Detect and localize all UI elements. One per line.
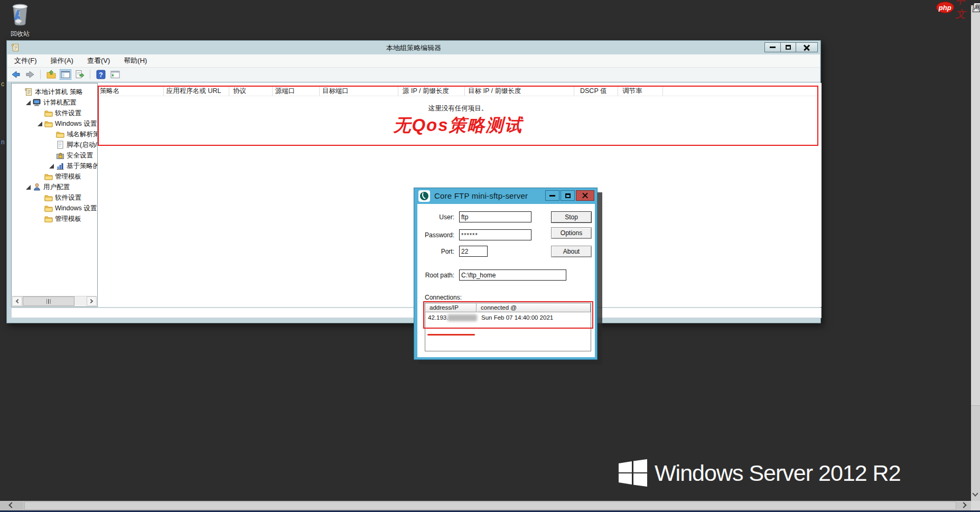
script-icon — [56, 141, 64, 149]
tree-item-admin-templates[interactable]: 管理模板 — [12, 171, 97, 182]
connections-label: Connections: — [425, 294, 462, 301]
tree-expander[interactable] — [49, 131, 55, 137]
back-button[interactable] — [10, 69, 22, 80]
folder-icon — [44, 119, 53, 128]
show-console-tree-button[interactable] — [60, 69, 71, 80]
tree-horizontal-scrollbar[interactable] — [12, 296, 97, 306]
export-list-button[interactable] — [74, 69, 86, 80]
toolbar-separator — [40, 70, 41, 79]
gpedit-window-title: 本地组策略编辑器 — [7, 43, 820, 53]
ftp-maximize-button[interactable] — [561, 190, 575, 201]
windows-flag-icon — [619, 459, 647, 487]
toolbar-separator — [90, 70, 90, 79]
scroll-left-button[interactable] — [12, 296, 22, 306]
stop-button[interactable]: Stop — [551, 211, 592, 223]
tree-item-label: 本地计算机 策略 — [35, 88, 83, 97]
tree-expander[interactable] — [49, 152, 55, 159]
tree-expander[interactable] — [37, 194, 43, 201]
scroll-left-button[interactable] — [0, 501, 23, 510]
ftp-close-button[interactable] — [576, 190, 594, 201]
scrollbar-thumb[interactable] — [24, 501, 956, 510]
rootpath-label: Root path: — [422, 272, 454, 279]
tree-item-label: 用户配置 — [43, 183, 70, 192]
close-button[interactable] — [796, 42, 818, 52]
tree-expander[interactable] — [37, 120, 43, 127]
tree-item-name-resolution-policy[interactable]: 域名解析策略 — [12, 129, 97, 139]
tree-item-windows-settings[interactable]: Windows 设置 — [12, 118, 97, 129]
close-icon — [582, 193, 588, 199]
menu-help[interactable]: 帮助(H) — [117, 54, 154, 67]
new-window-button[interactable] — [109, 69, 121, 80]
computer-icon — [33, 98, 41, 107]
tree-item-windows-settings-user[interactable]: Windows 设置 — [12, 203, 97, 213]
tree-expander[interactable] — [37, 173, 43, 180]
tree-item-admin-templates-user[interactable]: 管理模板 — [12, 213, 97, 224]
tree-item-local-computer-policy[interactable]: 本地计算机 策略 — [12, 87, 97, 97]
tree-expander[interactable] — [25, 99, 32, 106]
tree-expander[interactable] — [25, 184, 32, 190]
options-button[interactable]: Options — [551, 227, 592, 239]
port-label: Port: — [422, 248, 454, 255]
chevron-down-icon[interactable] — [972, 490, 978, 496]
tree-expander[interactable] — [37, 205, 43, 211]
scroll-right-button[interactable] — [87, 296, 97, 306]
gpedit-window-controls — [765, 42, 818, 52]
help-icon — [96, 70, 106, 79]
export-list-icon — [75, 70, 85, 79]
chevron-left-icon — [8, 502, 14, 508]
close-icon — [804, 44, 810, 51]
viewer-vertical-scrollbar[interactable] — [971, 5, 980, 501]
tree-expander[interactable] — [37, 216, 43, 222]
scrollbar-thumb[interactable] — [23, 296, 74, 306]
gpedit-titlebar[interactable]: 本地组策略编辑器 — [7, 41, 820, 54]
recycle-bin-icon — [11, 3, 29, 26]
maximize-button[interactable] — [780, 42, 796, 52]
tree-item-software-settings[interactable]: 软件设置 — [12, 108, 97, 118]
folder-up-icon — [46, 70, 56, 79]
folder-icon — [44, 204, 53, 212]
tree-item-label: Windows 设置 — [55, 204, 97, 213]
scrollbar-thumb[interactable] — [971, 6, 980, 406]
tree-expander[interactable] — [37, 110, 43, 116]
tree-item-security-settings[interactable]: 安全设置 — [12, 150, 97, 161]
export-folder-button[interactable] — [45, 69, 57, 80]
tree-item-software-settings-user[interactable]: 软件设置 — [12, 192, 97, 203]
back-arrow-icon — [11, 70, 21, 79]
scroll-right-button[interactable] — [957, 501, 971, 510]
user-field[interactable] — [459, 211, 531, 222]
tree-item-label: 软件设置 — [55, 109, 81, 118]
maximize-icon — [565, 193, 571, 198]
gpedit-menubar: 文件(F) 操作(A) 查看(V) 帮助(H) — [7, 54, 820, 68]
menu-file[interactable]: 文件(F) — [7, 54, 44, 67]
recycle-bin[interactable]: 回收站 — [4, 3, 36, 39]
desktop-edge-text-bottom: n — [1, 138, 5, 146]
folder-icon — [44, 172, 53, 181]
forward-button[interactable] — [24, 69, 36, 80]
menu-view[interactable]: 查看(V) — [80, 54, 117, 67]
port-field[interactable] — [459, 246, 488, 257]
tree-item-scripts[interactable]: 脚本(启动/关 — [12, 139, 97, 150]
minimize-button[interactable] — [764, 42, 781, 52]
rootpath-field[interactable] — [459, 269, 566, 281]
viewer-horizontal-scrollbar[interactable] — [0, 501, 980, 510]
tree-item-label: 管理模板 — [55, 215, 81, 224]
tree-item-label: 脚本(启动/关 — [67, 141, 97, 150]
password-label: Password: — [422, 231, 454, 239]
password-field[interactable] — [459, 229, 531, 240]
tree-item-computer-config[interactable]: 计算机配置 — [12, 97, 97, 108]
ftp-minimize-button[interactable] — [545, 190, 559, 201]
menu-action[interactable]: 操作(A) — [44, 54, 80, 67]
ftp-titlebar[interactable]: Core FTP mini-sftp-server — [414, 188, 597, 204]
tree-expander[interactable] — [49, 163, 55, 169]
tree-item-policy-based-qos[interactable]: 基于策略的 Q — [12, 161, 97, 171]
console-tree-icon — [110, 70, 120, 79]
resize-grip — [971, 501, 980, 510]
tree-item-label: 管理模板 — [55, 172, 81, 181]
help-button[interactable] — [95, 69, 107, 80]
console-window-icon — [61, 70, 70, 79]
about-button[interactable]: About — [551, 246, 592, 257]
os-watermark-text: Windows Server 2012 R2 — [655, 460, 901, 486]
desktop-edge-text-top: c — [1, 80, 4, 88]
policy-scroll-icon — [24, 88, 33, 96]
tree-item-user-config[interactable]: 用户配置 — [12, 182, 97, 192]
